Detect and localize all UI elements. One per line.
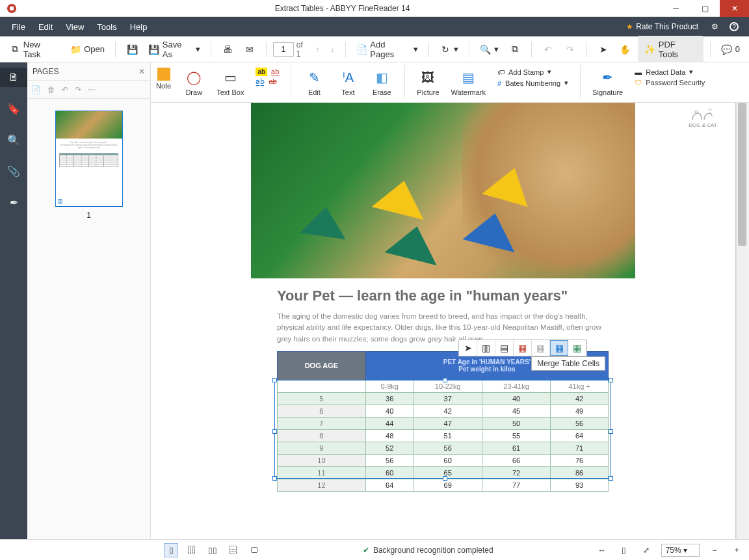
- pages-panel: PAGES ✕ 📄 🗑 ↶ ↷ ⋯ Your Pet — learn the a…: [27, 62, 151, 539]
- tabletool-delete[interactable]: ▦: [514, 340, 532, 356]
- text-tool[interactable]: ᴵAText: [337, 65, 359, 96]
- page-up-button[interactable]: ↑: [312, 42, 324, 57]
- view-twocont-button[interactable]: ⿳: [226, 543, 241, 557]
- watermark-tool[interactable]: ▤Watermark: [451, 65, 486, 96]
- redact-button[interactable]: ▬Redact Data▾: [635, 68, 705, 76]
- table-row[interactable]: 952566171: [278, 442, 609, 454]
- table-row[interactable]: 848515564: [278, 429, 609, 442]
- pointer-tool-button[interactable]: ➤: [594, 41, 613, 58]
- add-stamp-button[interactable]: 🏷Add Stamp▾: [497, 68, 568, 76]
- draw-tool[interactable]: ◯Draw: [183, 65, 205, 96]
- print-button[interactable]: 🖶: [218, 41, 237, 58]
- menu-view[interactable]: View: [59, 22, 90, 32]
- rotate-button[interactable]: ↻▾: [436, 41, 462, 58]
- maximize-button[interactable]: ▢: [690, 0, 720, 17]
- textbox-tool[interactable]: ▭Text Box: [217, 65, 244, 96]
- rail-attachments-button[interactable]: 📎: [0, 161, 27, 181]
- tabletool-analyze[interactable]: ▦: [568, 340, 586, 356]
- highlight-icon[interactable]: ab: [256, 68, 267, 76]
- table-row[interactable]: 1264697793: [278, 479, 609, 491]
- zoom-out-button[interactable]: −: [707, 543, 722, 557]
- picture-tool[interactable]: 🖼Picture: [417, 65, 439, 96]
- bates-button[interactable]: #Bates Numbering▾: [497, 79, 568, 87]
- tabletool-merge[interactable]: ▦: [550, 340, 568, 356]
- value-cell: 71: [551, 442, 609, 454]
- age-cell: 11: [278, 466, 366, 479]
- edit-tool[interactable]: ✎Edit: [303, 65, 325, 96]
- scrollbar-thumb[interactable]: [738, 103, 746, 246]
- strike-icon[interactable]: ab: [269, 77, 276, 86]
- rail-bookmarks-button[interactable]: 🔖: [0, 99, 27, 118]
- page-thumbnail-1[interactable]: Your Pet — learn the age in "human years…: [55, 111, 123, 207]
- pdf-tools-button[interactable]: ✨PDF Tools: [638, 36, 703, 63]
- rate-product-button[interactable]: ★ Rate This Product: [620, 22, 705, 31]
- zoom-select[interactable]: 75% ▾: [661, 544, 700, 557]
- edit-label: Edit: [308, 88, 321, 96]
- document-canvas[interactable]: DOG & CAT Your Pet — learn the age in "h…: [151, 103, 749, 539]
- rotate-right-button[interactable]: ↷: [75, 85, 81, 94]
- pen-icon: ✒: [10, 196, 18, 209]
- settings-button[interactable]: ⚙: [705, 22, 724, 31]
- singlepage-icon: ▯: [169, 546, 174, 555]
- page-number-input[interactable]: [273, 42, 294, 57]
- rotate-left-button[interactable]: ↶: [62, 85, 68, 94]
- comment-icon: 💬: [721, 44, 733, 55]
- erase-tool[interactable]: ◧Erase: [371, 65, 393, 96]
- more-thumb-button[interactable]: ⋯: [88, 85, 96, 94]
- insert-text-icon[interactable]: a̲b̲: [256, 77, 265, 86]
- menu-help[interactable]: Help: [124, 22, 154, 32]
- table-row[interactable]: 640424549: [278, 405, 609, 417]
- select-area-button[interactable]: ⧉: [505, 41, 525, 58]
- view-present-button[interactable]: 🖵: [247, 543, 261, 557]
- redo-button[interactable]: ↷: [560, 41, 580, 58]
- table-row[interactable]: 1160657286: [278, 466, 609, 479]
- table-row[interactable]: 744475056: [278, 417, 609, 429]
- tabletool-splitrow[interactable]: ▤: [495, 340, 514, 356]
- value-cell: 52: [365, 442, 414, 454]
- open-button[interactable]: 📁Open: [66, 41, 109, 58]
- rail-pages-button[interactable]: 🗎: [0, 68, 27, 87]
- zoom-in-button[interactable]: +: [729, 543, 744, 557]
- value-cell: 42: [414, 405, 482, 417]
- add-page-thumb-button[interactable]: 📄: [31, 85, 41, 94]
- rail-signatures-button[interactable]: ✒: [0, 193, 27, 212]
- delete-page-button[interactable]: 🗑: [47, 85, 55, 94]
- view-singlepage-button[interactable]: ▯: [164, 543, 178, 557]
- comments-button[interactable]: 💬0: [717, 41, 744, 58]
- view-continuous-button[interactable]: ⿲: [185, 543, 199, 557]
- search-page-button[interactable]: 🔍▾: [476, 41, 503, 58]
- fit-page-button[interactable]: ▯: [617, 543, 631, 557]
- help-button[interactable]: ?: [724, 22, 744, 31]
- note-tool[interactable]: Note: [156, 65, 171, 90]
- actual-size-button[interactable]: ⤢: [639, 543, 653, 557]
- new-task-button[interactable]: ⧉New Task: [5, 37, 63, 62]
- pages-panel-title: PAGES: [33, 67, 59, 76]
- undo-button[interactable]: ↶: [538, 41, 558, 58]
- saveas-button[interactable]: 💾Save As▾: [144, 37, 204, 62]
- pet-age-table[interactable]: DOG AGE PET Age in 'HUMAN YEARS' Pet wei…: [277, 351, 609, 492]
- table-row[interactable]: 536374042: [278, 392, 609, 405]
- vertical-scrollbar[interactable]: [736, 103, 748, 539]
- email-button[interactable]: ✉: [240, 41, 259, 58]
- menu-file[interactable]: File: [5, 22, 32, 32]
- view-twopage-button[interactable]: ▯▯: [205, 543, 220, 557]
- tabletool-splitcol[interactable]: ▥: [477, 340, 495, 356]
- tabletool-select[interactable]: ➤: [459, 340, 477, 356]
- page-down-button[interactable]: ↓: [326, 42, 339, 57]
- password-button[interactable]: 🛡Password Security: [635, 79, 705, 87]
- underline-icon[interactable]: ab: [271, 68, 279, 76]
- draw-label: Draw: [185, 88, 202, 96]
- hand-tool-button[interactable]: ✋: [616, 41, 635, 58]
- add-pages-button[interactable]: 📄Add Pages▾: [352, 37, 423, 62]
- rail-search-button[interactable]: 🔍: [0, 130, 27, 150]
- table-row[interactable]: 1056606676: [278, 454, 609, 466]
- signature-tool[interactable]: ✒Signature: [592, 65, 623, 96]
- menu-tools[interactable]: Tools: [90, 22, 123, 32]
- minimize-button[interactable]: ─: [661, 0, 690, 17]
- fit-width-button[interactable]: ↔: [595, 543, 609, 557]
- tabletool-splitcells[interactable]: ▦: [532, 340, 550, 356]
- save-button[interactable]: 💾: [122, 41, 142, 58]
- close-button[interactable]: ✕: [720, 0, 749, 17]
- menu-edit[interactable]: Edit: [32, 22, 59, 32]
- pages-panel-close-button[interactable]: ✕: [138, 67, 145, 76]
